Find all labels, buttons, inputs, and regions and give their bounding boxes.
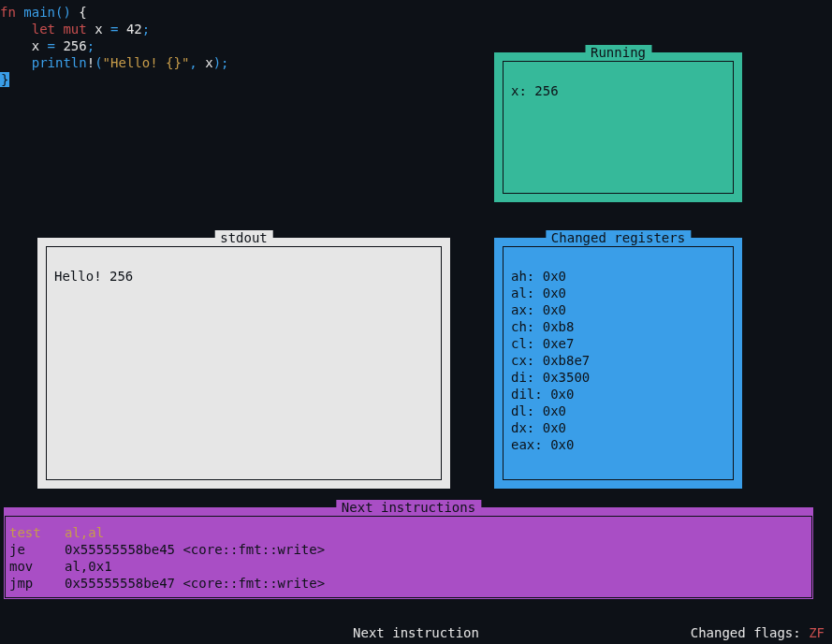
running-variable: x: 256 bbox=[511, 82, 725, 99]
stdout-content: Hello! 256 bbox=[54, 268, 433, 285]
instruction-row: test al,al bbox=[9, 524, 808, 541]
register-row: dl: 0x0 bbox=[511, 402, 725, 419]
running-variables: x: 256 bbox=[511, 82, 725, 99]
register-row: di: 0x3500 bbox=[511, 369, 725, 386]
running-panel: Running x: 256 bbox=[494, 52, 742, 202]
cursor: } bbox=[0, 72, 9, 87]
registers-list: ah: 0x0al: 0x0ax: 0x0ch: 0xb8cl: 0xe7cx:… bbox=[511, 268, 725, 453]
register-row: cx: 0xb8e7 bbox=[511, 352, 725, 369]
code-line: println!("Hello! {}", x); bbox=[0, 54, 229, 71]
running-panel-title: Running bbox=[585, 45, 651, 60]
stdout-panel: stdout Hello! 256 bbox=[37, 238, 450, 489]
code-line: } bbox=[0, 71, 229, 88]
code-editor[interactable]: fn main() { let mut x = 42; x = 256; pri… bbox=[0, 4, 229, 88]
status-changed-flags: Changed flags: ZF bbox=[691, 625, 825, 640]
register-row: cl: 0xe7 bbox=[511, 335, 725, 352]
register-row: ax: 0x0 bbox=[511, 301, 725, 318]
code-line: x = 256; bbox=[0, 37, 229, 54]
register-row: dil: 0x0 bbox=[511, 386, 725, 402]
status-next-instruction: Next instruction bbox=[353, 625, 479, 640]
instruction-row: jmp 0x55555558be47 <core::fmt::write> bbox=[9, 575, 808, 592]
instructions-list: test al,alje 0x55555558be45 <core::fmt::… bbox=[5, 516, 812, 598]
register-row: ch: 0xb8 bbox=[511, 318, 725, 335]
registers-panel: Changed registers ah: 0x0al: 0x0ax: 0x0c… bbox=[494, 238, 742, 489]
status-bar: Next instruction Changed flags: ZF bbox=[0, 625, 832, 640]
code-line: fn main() { bbox=[0, 4, 229, 21]
register-row: ah: 0x0 bbox=[511, 268, 725, 285]
code-line: let mut x = 42; bbox=[0, 21, 229, 37]
instructions-panel-title: Next instructions bbox=[336, 500, 481, 515]
instruction-row: je 0x55555558be45 <core::fmt::write> bbox=[9, 541, 808, 558]
instruction-row: mov al,0x1 bbox=[9, 558, 808, 575]
stdout-panel-title: stdout bbox=[214, 230, 273, 245]
registers-panel-title: Changed registers bbox=[546, 230, 691, 245]
register-row: al: 0x0 bbox=[511, 285, 725, 301]
instructions-panel: Next instructions test al,alje 0x5555555… bbox=[4, 507, 813, 599]
register-row: dx: 0x0 bbox=[511, 419, 725, 436]
register-row: eax: 0x0 bbox=[511, 436, 725, 453]
